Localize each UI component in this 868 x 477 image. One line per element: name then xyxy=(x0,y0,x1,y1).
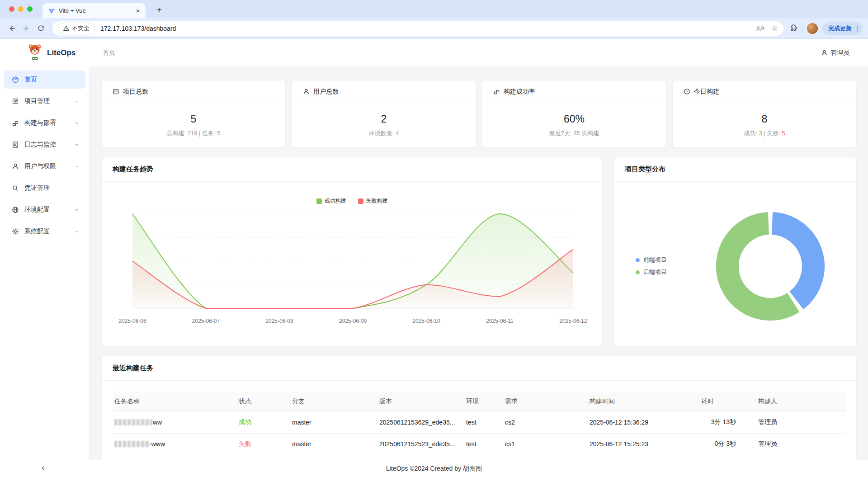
column-header[interactable]: 构建时间 xyxy=(589,392,700,411)
stats-row: 项目总数5总构建: 219 | 任务: 5用户总数2环境数量: 4构建成功率60… xyxy=(101,80,857,148)
tab-title: Vite + Vue xyxy=(59,7,134,14)
user-name: 管理员 xyxy=(830,49,849,57)
tab-close-icon[interactable]: × xyxy=(134,7,142,15)
x-axis-label: 2025-06-11 xyxy=(486,318,514,324)
stat-sub-part: | xyxy=(762,130,767,137)
stat-sub-part: 最近7天: 35 次构建 xyxy=(549,130,599,137)
project-type-panel: 项目类型分布 前端项目后端项目 xyxy=(613,157,857,347)
sidebar-item-label: 日志与监控 xyxy=(24,141,74,149)
build-time-cell: 2025-06-12 15:25:23 xyxy=(589,433,700,455)
window-controls xyxy=(9,6,33,12)
extensions-icon[interactable] xyxy=(789,24,797,33)
stat-sub-part: 环境数量: 4 xyxy=(369,130,399,137)
legend-item[interactable]: 成功构建 xyxy=(316,197,346,205)
status-badge: 失败 xyxy=(239,440,251,447)
translate-icon[interactable]: 文A xyxy=(756,24,764,32)
donut-slice-0[interactable] xyxy=(772,223,813,300)
project-icon xyxy=(12,98,19,105)
column-header[interactable]: 环境 xyxy=(465,392,504,411)
chrome-menu-icon[interactable]: ⋮ xyxy=(854,24,860,33)
stat-card-project: 项目总数5总构建: 219 | 任务: 5 xyxy=(101,80,286,148)
trend-legend: 成功构建失败构建 xyxy=(102,197,602,205)
task-name-suffix: -www xyxy=(149,440,165,448)
stat-card-title: 今日构建 xyxy=(694,88,719,96)
sidebar: 首页项目管理构建与部署日志与监控用户与权限凭证管理环境配置系统配置 xyxy=(0,66,90,477)
security-chip[interactable]: 不安全 xyxy=(58,23,95,34)
x-axis-label: 2025-06-09 xyxy=(339,318,367,324)
build-trend-chart: 2025-06-062025-06-072025-06-082025-06-09… xyxy=(102,182,602,347)
main-content: 项目总数5总构建: 219 | 任务: 5用户总数2环境数量: 4构建成功率60… xyxy=(90,66,868,477)
close-window-button[interactable] xyxy=(9,6,14,12)
legend-item[interactable]: 失败构建 xyxy=(358,197,388,205)
user-menu[interactable]: 管理员 xyxy=(821,49,849,57)
redacted-task-name xyxy=(114,441,149,447)
sidebar-item-project[interactable]: 项目管理 xyxy=(4,92,85,110)
builder-cell: 管理员 xyxy=(742,433,846,455)
sidebar-item-label: 用户与权限 xyxy=(24,162,74,170)
logs-icon xyxy=(12,141,19,148)
build-icon xyxy=(12,119,19,127)
sidebar-item-label: 凭证管理 xyxy=(24,184,79,192)
column-header[interactable]: 需求 xyxy=(504,392,589,411)
maximize-window-button[interactable] xyxy=(27,6,33,12)
redacted-task-name xyxy=(114,419,152,425)
update-label: 完成更新 xyxy=(828,24,852,33)
column-header[interactable]: 构建人 xyxy=(742,392,846,411)
stat-card-header: 用户总数 xyxy=(292,80,476,103)
dashboard-icon xyxy=(12,76,19,83)
sidebar-item-label: 项目管理 xyxy=(24,97,74,105)
stat-card-user: 用户总数2环境数量: 4 xyxy=(292,80,476,148)
app-header: ∞ LiteOps 首页 管理员 xyxy=(0,39,868,66)
chevron-down-icon xyxy=(74,229,79,234)
chevron-down-icon xyxy=(74,142,79,147)
bookmark-star-icon[interactable]: ☆ xyxy=(771,24,778,33)
column-header[interactable]: 分支 xyxy=(291,392,378,411)
sidebar-item-dashboard[interactable]: 首页 xyxy=(4,71,85,89)
column-header[interactable]: 状态 xyxy=(238,392,291,411)
url-text[interactable]: 172.17.103.173/dashboard xyxy=(100,25,749,32)
column-header[interactable]: 版本 xyxy=(378,392,465,411)
legend-swatch xyxy=(358,198,363,204)
stat-card-value: 5 xyxy=(191,113,197,125)
sidebar-item-settings[interactable]: 系统配置 xyxy=(4,222,85,241)
brand-name: LiteOps xyxy=(47,48,75,57)
profile-avatar[interactable] xyxy=(807,23,818,34)
browser-tab[interactable]: Vite + Vue × xyxy=(42,3,146,18)
reload-button[interactable] xyxy=(34,22,47,35)
sidebar-item-users[interactable]: 用户与权限 xyxy=(4,157,85,175)
column-header[interactable]: 耗时 xyxy=(700,392,742,411)
address-bar[interactable]: 不安全 172.17.103.173/dashboard 文A ☆ xyxy=(52,21,783,36)
sidebar-item-environment[interactable]: 环境配置 xyxy=(4,201,85,219)
sidebar-item-build[interactable]: 构建与部署 xyxy=(4,114,85,132)
forward-button[interactable] xyxy=(20,22,33,35)
status-badge: 成功 xyxy=(239,418,251,425)
task-name-cell: ww xyxy=(113,411,238,433)
version-cell: 20250612152523_ede35... xyxy=(378,433,465,455)
legend-item[interactable]: 后端项目 xyxy=(636,268,667,276)
app-logo[interactable]: ∞ LiteOps xyxy=(0,43,90,62)
sidebar-item-credentials[interactable]: 凭证管理 xyxy=(4,179,85,197)
x-axis-label: 2025-06-07 xyxy=(192,318,220,324)
legend-dot xyxy=(636,258,640,262)
stat-card-value: 8 xyxy=(762,113,768,125)
donut-legend: 前端项目后端项目 xyxy=(636,256,667,276)
column-header[interactable]: 任务名称 xyxy=(113,392,238,411)
warning-icon xyxy=(63,25,69,31)
liteops-panda-logo-icon: ∞ xyxy=(25,43,44,62)
browser-toolbar: 不安全 172.17.103.173/dashboard 文A ☆ 完成更新 ⋮ xyxy=(0,18,868,39)
recent-builds-panel: 最近构建任务 任务名称状态分支版本环境需求构建时间耗时构建人ww成功master… xyxy=(101,356,857,477)
stat-sub-part: 成功: xyxy=(744,130,759,137)
legend-item[interactable]: 前端项目 xyxy=(636,256,667,264)
sidebar-collapse-button[interactable]: ‹ xyxy=(42,463,44,472)
chrome-update-button[interactable]: 完成更新 ⋮ xyxy=(822,22,863,35)
stat-card-subtext: 最近7天: 35 次构建 xyxy=(549,129,599,137)
new-tab-button[interactable]: + xyxy=(153,4,165,17)
legend-dot xyxy=(636,270,640,274)
sidebar-item-logs[interactable]: 日志与监控 xyxy=(4,136,85,154)
back-button[interactable] xyxy=(5,22,18,35)
stat-card-clock: 今日构建8成功: 3 | 失败: 5 xyxy=(672,80,857,148)
status-cell: 成功 xyxy=(238,411,291,433)
req-cell: cs2 xyxy=(504,411,589,433)
minimize-window-button[interactable] xyxy=(18,6,24,12)
env-cell: test xyxy=(465,411,504,433)
